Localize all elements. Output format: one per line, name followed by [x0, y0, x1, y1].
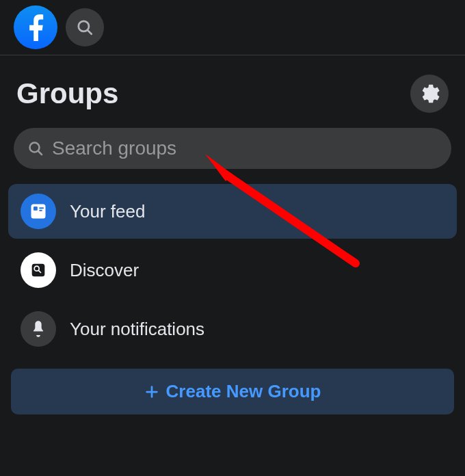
facebook-logo[interactable] — [14, 5, 57, 49]
create-group-button[interactable]: Create New Group — [11, 369, 454, 414]
discover-icon — [21, 252, 56, 288]
gear-icon — [419, 83, 440, 104]
nav-item-notifications[interactable]: Your notifications — [8, 302, 457, 356]
svg-rect-5 — [34, 207, 38, 211]
feed-icon — [21, 194, 56, 229]
groups-search-input-container[interactable] — [14, 128, 451, 169]
svg-rect-4 — [31, 204, 46, 219]
settings-button[interactable] — [410, 75, 449, 113]
nav-item-label: Your notifications — [70, 319, 204, 340]
search-icon — [76, 18, 94, 36]
svg-rect-7 — [39, 210, 42, 211]
create-group-label: Create New Group — [166, 381, 321, 402]
nav-item-your-feed[interactable]: Your feed — [8, 184, 457, 239]
page-title: Groups — [16, 77, 118, 110]
global-search-button[interactable] — [66, 8, 104, 47]
nav-item-label: Discover — [70, 260, 139, 281]
search-icon — [27, 140, 44, 157]
nav-item-discover[interactable]: Discover — [8, 243, 457, 298]
page-header: Groups — [0, 55, 465, 124]
facebook-f-icon — [22, 14, 49, 41]
groups-search-input[interactable] — [52, 137, 438, 159]
top-bar — [0, 0, 465, 55]
nav-item-label: Your feed — [70, 201, 145, 222]
plus-icon — [144, 384, 159, 399]
bell-icon — [21, 311, 56, 347]
svg-line-1 — [88, 30, 91, 34]
nav-list: Your feed Discover Your notifications — [0, 184, 465, 356]
svg-line-3 — [38, 151, 42, 155]
svg-rect-6 — [39, 207, 44, 209]
